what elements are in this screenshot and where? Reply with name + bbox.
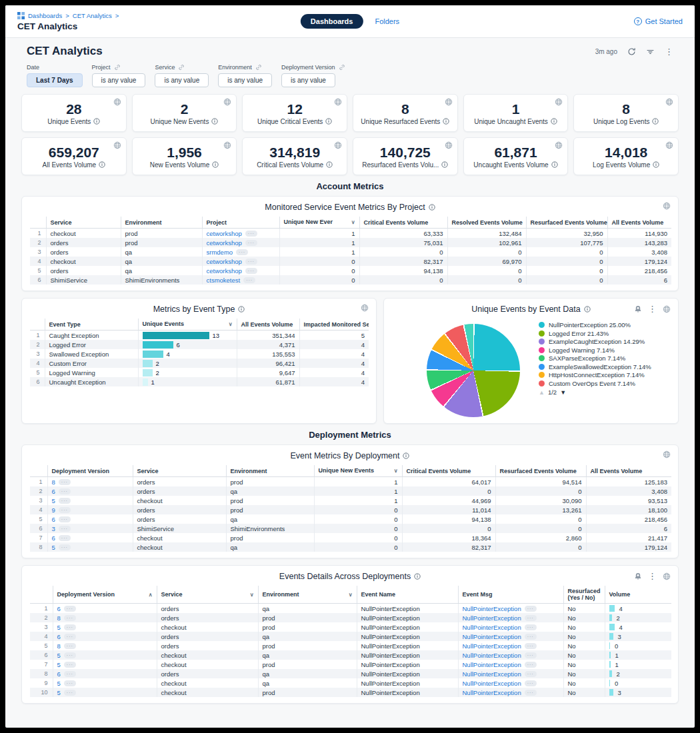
- info-icon[interactable]: [414, 573, 421, 580]
- cell-link[interactable]: cetworkshop: [207, 258, 242, 265]
- more-chip[interactable]: ···: [64, 624, 76, 630]
- more-chip[interactable]: ···: [59, 516, 71, 522]
- legend-page-up-icon[interactable]: ▲: [539, 389, 545, 396]
- globe-icon[interactable]: [663, 305, 671, 313]
- more-chip[interactable]: ···: [525, 652, 537, 658]
- more-chip[interactable]: ···: [525, 606, 537, 612]
- cell-link[interactable]: 5: [57, 689, 61, 696]
- column-header[interactable]: ∨Unique New Ever: [279, 217, 359, 229]
- more-chip[interactable]: ···: [59, 479, 71, 485]
- cell-link[interactable]: 5: [57, 661, 61, 668]
- cell-link[interactable]: 6: [57, 670, 61, 678]
- info-icon[interactable]: [99, 161, 105, 168]
- more-chip[interactable]: ···: [64, 615, 76, 621]
- more-chip[interactable]: ···: [525, 690, 537, 696]
- globe-icon[interactable]: [665, 98, 673, 106]
- cell-link[interactable]: 5: [57, 680, 61, 687]
- filter-value-button[interactable]: is any value: [92, 73, 146, 87]
- globe-icon[interactable]: [445, 141, 453, 149]
- breadcrumb-item-dashboards[interactable]: Dashboards: [28, 12, 62, 19]
- filter-value-button[interactable]: is any value: [281, 73, 335, 87]
- globe-icon[interactable]: [361, 304, 369, 312]
- cell-link[interactable]: 3: [52, 525, 55, 532]
- more-chip[interactable]: ···: [525, 615, 537, 621]
- cell-link[interactable]: 5: [52, 497, 55, 504]
- cell-link[interactable]: NullPointerException: [463, 624, 521, 631]
- more-chip[interactable]: ···: [64, 606, 76, 612]
- info-icon[interactable]: [429, 204, 435, 211]
- info-icon[interactable]: [441, 161, 448, 168]
- column-header[interactable]: ∨Unique New Events: [314, 465, 402, 477]
- kebab-menu-icon[interactable]: ⋮: [648, 571, 657, 581]
- filter-icon[interactable]: [646, 47, 655, 56]
- filter-value-button[interactable]: Last 7 Days: [27, 73, 83, 87]
- more-chip[interactable]: ···: [59, 498, 71, 504]
- cell-link[interactable]: 5: [57, 652, 61, 659]
- more-chip[interactable]: ···: [59, 535, 71, 541]
- cell-link[interactable]: 8: [57, 642, 61, 650]
- info-icon[interactable]: [403, 452, 409, 459]
- filter-value-button[interactable]: is any value: [218, 73, 272, 87]
- more-chip[interactable]: ···: [64, 680, 76, 686]
- cell-link[interactable]: 8: [52, 478, 55, 486]
- more-chip[interactable]: ···: [64, 634, 76, 640]
- column-header[interactable]: ∨Service: [157, 586, 258, 604]
- more-chip[interactable]: ···: [245, 231, 257, 237]
- refresh-icon[interactable]: [627, 47, 636, 56]
- cell-link[interactable]: NullPointerException: [463, 642, 521, 650]
- cell-link[interactable]: 9: [52, 506, 55, 514]
- globe-icon[interactable]: [113, 141, 121, 149]
- cell-link[interactable]: 6: [52, 516, 55, 523]
- info-icon[interactable]: [653, 161, 659, 168]
- pie-chart[interactable]: [427, 324, 520, 417]
- info-icon[interactable]: [584, 306, 591, 313]
- cell-link[interactable]: NullPointerException: [463, 633, 521, 640]
- globe-icon[interactable]: [555, 98, 563, 106]
- more-chip[interactable]: ···: [236, 249, 248, 255]
- cell-link[interactable]: cetworkshop: [207, 267, 242, 275]
- info-icon[interactable]: [212, 161, 219, 168]
- tab-folders[interactable]: Folders: [375, 17, 399, 25]
- more-chip[interactable]: ···: [59, 507, 71, 513]
- more-chip[interactable]: ···: [525, 671, 537, 677]
- column-header[interactable]: ∧Deployment Version: [53, 586, 157, 604]
- cell-link[interactable]: cetworkshop: [207, 230, 242, 237]
- more-chip[interactable]: ···: [64, 662, 76, 668]
- globe-icon[interactable]: [663, 202, 671, 210]
- cell-link[interactable]: 6: [52, 534, 55, 542]
- more-chip[interactable]: ···: [525, 624, 537, 630]
- info-icon[interactable]: [211, 118, 218, 125]
- column-header[interactable]: ∨Environment: [258, 586, 357, 604]
- cell-link[interactable]: NullPointerException: [463, 661, 521, 668]
- cell-link[interactable]: 6: [57, 633, 61, 640]
- globe-icon[interactable]: [445, 98, 453, 106]
- more-chip[interactable]: ···: [59, 526, 71, 532]
- cell-link[interactable]: 8: [57, 614, 61, 622]
- more-chip[interactable]: ···: [59, 544, 71, 550]
- cell-link[interactable]: NullPointerException: [463, 614, 521, 622]
- cell-link[interactable]: 5: [57, 624, 61, 631]
- globe-icon[interactable]: [113, 98, 121, 106]
- info-icon[interactable]: [326, 161, 333, 168]
- filter-value-button[interactable]: is any value: [155, 73, 209, 87]
- more-chip[interactable]: ···: [64, 690, 76, 696]
- globe-icon[interactable]: [223, 98, 231, 106]
- more-chip[interactable]: ···: [245, 259, 257, 265]
- cell-link[interactable]: cetworkshop: [207, 239, 242, 247]
- bell-icon[interactable]: [634, 305, 642, 313]
- cell-link[interactable]: 6: [57, 605, 61, 612]
- breadcrumb-item-cet-analytics[interactable]: CET Analytics: [73, 12, 112, 19]
- more-chip[interactable]: ···: [64, 643, 76, 649]
- column-header[interactable]: ∨Unique Events: [138, 319, 237, 331]
- cell-link[interactable]: NullPointerException: [463, 652, 521, 659]
- globe-icon[interactable]: [223, 141, 231, 149]
- cell-link[interactable]: 6: [52, 488, 55, 495]
- info-icon[interactable]: [551, 118, 557, 125]
- globe-icon[interactable]: [663, 450, 671, 458]
- get-started-link[interactable]: ? Get Started: [634, 17, 683, 25]
- kebab-menu-icon[interactable]: ⋮: [648, 304, 657, 314]
- globe-icon[interactable]: [334, 98, 342, 106]
- more-chip[interactable]: ···: [245, 268, 257, 274]
- globe-icon[interactable]: [665, 141, 673, 149]
- more-chip[interactable]: ···: [243, 277, 255, 283]
